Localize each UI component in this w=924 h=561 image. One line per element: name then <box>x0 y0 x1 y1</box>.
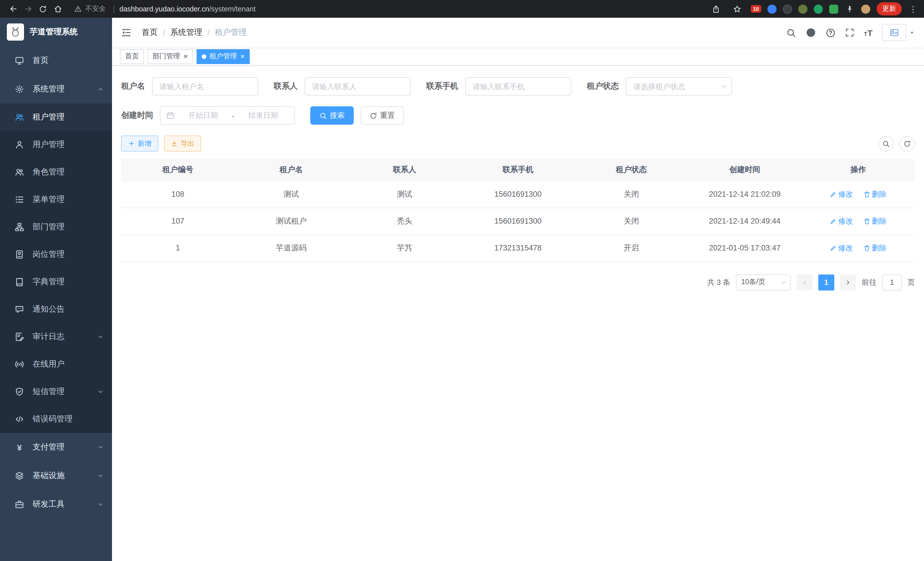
sidebar-item-home[interactable]: 首页 <box>0 46 112 75</box>
filter-tenant-name: 租户名 <box>121 77 258 96</box>
browser-forward-button[interactable] <box>21 2 35 16</box>
sidebar-item-dict[interactable]: 字典管理 <box>0 268 112 296</box>
user-avatar-menu[interactable] <box>882 24 915 41</box>
font-size-button[interactable]: TT <box>864 28 873 37</box>
sidebar-item-user[interactable]: 用户管理 <box>0 131 112 158</box>
sidebar-item-role[interactable]: 角色管理 <box>0 158 112 186</box>
filter-status: 租户状态 <box>587 77 732 96</box>
profile-avatar[interactable] <box>861 4 870 14</box>
site-security-chip[interactable]: 不安全 <box>74 4 114 14</box>
next-page-button[interactable] <box>840 274 856 290</box>
cell-actions: 修改 删除 <box>801 181 915 208</box>
edit-pencil-icon <box>830 244 837 251</box>
delete-link[interactable]: 删除 <box>863 189 886 199</box>
delete-link[interactable]: 删除 <box>863 243 886 253</box>
status-select[interactable] <box>626 77 732 96</box>
fullscreen-button[interactable] <box>845 28 854 37</box>
bookmark-star-button[interactable] <box>730 2 745 16</box>
breadcrumb-system[interactable]: 系统管理 <box>170 27 202 38</box>
help-button[interactable] <box>825 28 835 38</box>
extension-icon-green[interactable] <box>814 4 823 14</box>
tab-home[interactable]: 首页 <box>120 49 144 64</box>
browser-reload-button[interactable] <box>35 2 50 16</box>
close-icon[interactable]: × <box>240 53 244 60</box>
date-range-picker[interactable]: 开始日期 - 结束日期 <box>160 106 295 125</box>
header-search-button[interactable] <box>786 28 796 38</box>
sidebar-toggle[interactable] <box>121 27 131 38</box>
end-date-placeholder[interactable]: 结束日期 <box>238 110 289 121</box>
security-label: 不安全 <box>85 4 106 14</box>
prev-page-button[interactable] <box>796 274 813 290</box>
extension-icon-olive[interactable] <box>798 4 807 14</box>
sidebar-item-online-user[interactable]: 在线用户 <box>0 350 112 378</box>
edit-link[interactable]: 修改 <box>830 243 853 253</box>
browser-update-button[interactable]: 更新 <box>877 2 902 15</box>
breadcrumb-home[interactable]: 首页 <box>142 27 158 38</box>
sidebar-item-dept[interactable]: 部门管理 <box>0 213 112 241</box>
add-button[interactable]: 新增 <box>121 135 158 152</box>
extension-icon-green-square[interactable] <box>829 4 838 14</box>
extension-icon-blue[interactable] <box>767 4 777 14</box>
cell-contact: 秃头 <box>348 208 461 235</box>
pin-extension-icon[interactable] <box>844 2 855 16</box>
sidebar-group-sms[interactable]: 短信管理 <box>0 378 112 405</box>
col-status: 租户状态 <box>574 159 688 181</box>
chevron-down-icon <box>780 279 787 286</box>
github-button[interactable] <box>806 27 816 38</box>
tab-tenant[interactable]: 租户管理 × <box>196 49 250 64</box>
page-size-select[interactable]: 10条/页 <box>736 274 791 290</box>
org-tree-icon <box>15 223 24 232</box>
refresh-table-button[interactable] <box>899 136 915 151</box>
sidebar-item-label: 审计日志 <box>33 332 64 342</box>
sidebar-item-menu[interactable]: 菜单管理 <box>0 186 112 213</box>
sidebar-group-system[interactable]: 系统管理 <box>0 75 112 104</box>
cell-contact: 测试 <box>348 181 461 208</box>
share-button[interactable] <box>709 2 723 16</box>
code-icon <box>15 415 24 424</box>
tab-dept[interactable]: 部门管理 × <box>147 49 193 64</box>
cell-actions: 修改 删除 <box>801 208 915 235</box>
avatar <box>882 24 906 41</box>
app-logo[interactable]: 芋道管理系统 <box>0 18 112 46</box>
cell-tenant-name: 测试 <box>235 181 348 208</box>
cell-status: 关闭 <box>574 208 688 235</box>
export-button[interactable]: 导出 <box>164 135 201 152</box>
contact-input[interactable] <box>304 77 411 96</box>
status-select-input[interactable] <box>626 77 732 96</box>
sidebar-group-audit-log[interactable]: 审计日志 <box>0 323 112 350</box>
browser-back-button[interactable] <box>6 2 21 16</box>
layers-icon <box>15 471 24 480</box>
page-number-button[interactable]: 1 <box>818 274 834 290</box>
browser-menu-button[interactable]: ⋮ <box>908 4 918 14</box>
edit-link[interactable]: 修改 <box>830 216 853 226</box>
filter-contact: 联系人 <box>274 77 411 96</box>
total-count: 共 3 条 <box>707 277 730 287</box>
start-date-placeholder[interactable]: 开始日期 <box>178 110 229 121</box>
sidebar-item-post[interactable]: 岗位管理 <box>0 241 112 268</box>
edit-link[interactable]: 修改 <box>830 189 853 199</box>
browser-home-button[interactable] <box>50 2 65 16</box>
refresh-icon <box>903 140 911 147</box>
sidebar-item-notice[interactable]: 通知公告 <box>0 296 112 323</box>
extension-icon-dark[interactable] <box>783 4 792 14</box>
close-icon[interactable]: × <box>183 53 188 60</box>
search-button[interactable]: 搜索 <box>310 106 354 125</box>
col-tenant-name: 租户名 <box>235 159 348 181</box>
sidebar-item-error-code[interactable]: 错误码管理 <box>0 405 112 433</box>
extension-counter-badge[interactable]: 10 <box>751 5 761 13</box>
tenant-name-input[interactable] <box>152 77 258 96</box>
breadcrumb-separator: / <box>163 28 165 37</box>
sidebar-group-dev-tools[interactable]: 研发工具 <box>0 490 112 519</box>
goto-page-input[interactable] <box>882 274 902 290</box>
phone-input[interactable] <box>465 77 572 96</box>
sidebar-item-tenant[interactable]: 租户管理 <box>0 104 112 131</box>
broken-image-icon <box>890 28 899 37</box>
edit-label: 修改 <box>838 216 853 226</box>
cell-actions: 修改 删除 <box>801 235 915 261</box>
sidebar-group-infra[interactable]: 基础设施 <box>0 462 112 490</box>
delete-link[interactable]: 删除 <box>863 216 886 226</box>
sidebar-group-payment[interactable]: ¥ 支付管理 <box>0 433 112 462</box>
address-bar[interactable]: dashboard.yudao.iocoder.cn/system/tenant <box>119 5 704 13</box>
show-search-toggle-button[interactable] <box>878 136 894 151</box>
reset-button[interactable]: 重置 <box>361 106 404 125</box>
